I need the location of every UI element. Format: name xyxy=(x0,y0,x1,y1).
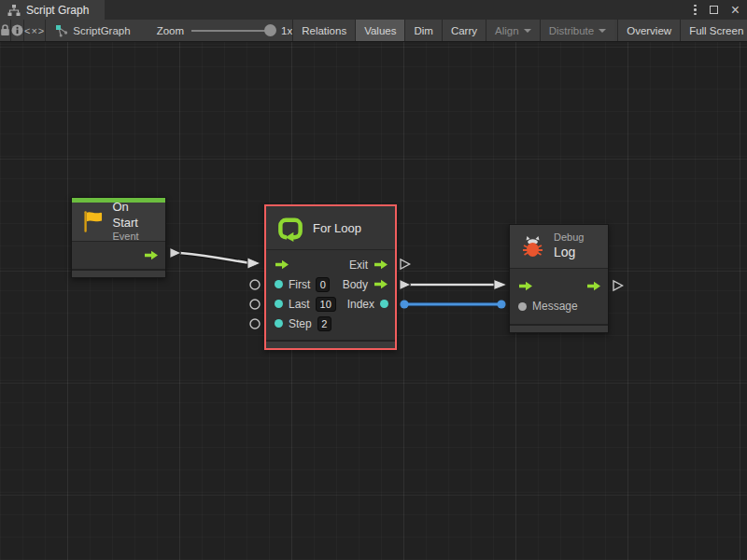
lock-icon xyxy=(0,24,10,36)
code-toggle-button[interactable]: <×> xyxy=(24,20,46,41)
step-value-port[interactable] xyxy=(275,319,283,328)
last-value-port[interactable] xyxy=(275,300,283,308)
node-title: Log xyxy=(554,245,584,261)
graph-toolbar: <×> ScriptGraph Zoom 1x Relations Values… xyxy=(0,20,747,42)
zoom-label: Zoom xyxy=(157,25,184,36)
node-subtitle: Event xyxy=(113,231,158,244)
carry-button[interactable]: Carry xyxy=(442,20,486,41)
first-value-port[interactable] xyxy=(275,280,283,288)
row-enter-exit xyxy=(510,275,608,296)
node-footer xyxy=(266,340,395,348)
values-button[interactable]: Values xyxy=(355,20,404,41)
flow-output-port[interactable] xyxy=(586,281,601,291)
index-port-label: Index xyxy=(347,298,374,311)
graph-hierarchy-icon xyxy=(7,5,21,16)
zoom-slider-knob[interactable] xyxy=(264,24,276,36)
loop-icon xyxy=(276,215,304,242)
node-footer xyxy=(72,269,165,277)
connection-index-message[interactable] xyxy=(400,300,505,308)
dim-button[interactable]: Dim xyxy=(404,20,441,41)
node-category: Debug xyxy=(554,231,584,245)
info-icon xyxy=(11,24,23,36)
exit-unconnected-triangle[interactable] xyxy=(401,259,410,269)
flow-input-port[interactable] xyxy=(275,259,289,270)
relations-button[interactable]: Relations xyxy=(292,20,355,41)
tab-title: Script Graph xyxy=(26,4,89,17)
window-menu-icon[interactable] xyxy=(694,5,697,16)
distribute-button[interactable]: Distribute xyxy=(540,20,615,41)
maximize-icon[interactable] xyxy=(710,6,718,14)
row-message: Message xyxy=(510,296,608,316)
last-value-input[interactable] xyxy=(316,297,336,312)
full-screen-button[interactable]: Full Screen xyxy=(680,20,747,41)
index-value-port[interactable] xyxy=(380,300,388,308)
step-unconnected-circle[interactable] xyxy=(250,319,260,329)
flow-input-port[interactable] xyxy=(518,281,533,291)
graph-canvas[interactable]: On Start Event For Loop xyxy=(0,42,747,560)
flow-output-port[interactable] xyxy=(144,250,159,260)
row-first-body: First Body xyxy=(266,274,395,294)
step-value-input[interactable] xyxy=(317,316,331,331)
tab-script-graph[interactable]: Script Graph xyxy=(0,0,105,20)
chevron-down-icon xyxy=(524,29,531,33)
zoom-slider[interactable] xyxy=(191,30,274,32)
first-value-input[interactable] xyxy=(316,277,330,292)
row-enter-exit: Exit xyxy=(266,255,395,274)
node-title: For Loop xyxy=(313,221,361,235)
lock-button[interactable] xyxy=(0,20,11,41)
overview-button[interactable]: Overview xyxy=(617,20,680,41)
step-port-label: Step xyxy=(289,317,312,330)
exit-flow-port[interactable] xyxy=(374,259,388,270)
bug-icon xyxy=(520,233,545,259)
debug-exit-unconnected-triangle[interactable] xyxy=(613,281,623,290)
node-footer xyxy=(510,324,608,332)
last-unconnected-circle[interactable] xyxy=(250,300,260,309)
graph-name-label: ScriptGraph xyxy=(55,20,130,41)
exit-port-label: Exit xyxy=(349,259,368,272)
close-icon[interactable]: × xyxy=(731,3,740,18)
body-port-label: Body xyxy=(343,278,368,291)
title-bar: Script Graph × xyxy=(0,0,747,20)
node-title: On Start xyxy=(113,200,158,231)
message-value-port[interactable] xyxy=(518,302,527,311)
info-button[interactable] xyxy=(11,20,24,41)
body-flow-port[interactable] xyxy=(374,279,388,289)
flag-icon xyxy=(80,209,105,234)
zoom-value: 1x xyxy=(281,25,292,36)
connection-forloop-debuglog[interactable] xyxy=(400,280,507,290)
message-port-label: Message xyxy=(532,300,578,313)
row-last-index: Last Index xyxy=(266,294,395,314)
first-port-label: First xyxy=(289,278,310,291)
graph-name: ScriptGraph xyxy=(73,25,130,36)
first-unconnected-circle[interactable] xyxy=(250,280,260,289)
node-for-loop[interactable]: For Loop Exit First xyxy=(264,204,397,350)
align-button[interactable]: Align xyxy=(486,20,540,41)
row-step: Step xyxy=(266,314,395,333)
node-on-start[interactable]: On Start Event xyxy=(71,197,166,278)
network-graph-icon xyxy=(55,24,68,37)
last-port-label: Last xyxy=(289,298,310,311)
connection-onstart-forloop[interactable] xyxy=(170,248,261,270)
node-debug-log[interactable]: Debug Log Message xyxy=(509,224,609,333)
chevron-down-icon xyxy=(599,29,606,33)
